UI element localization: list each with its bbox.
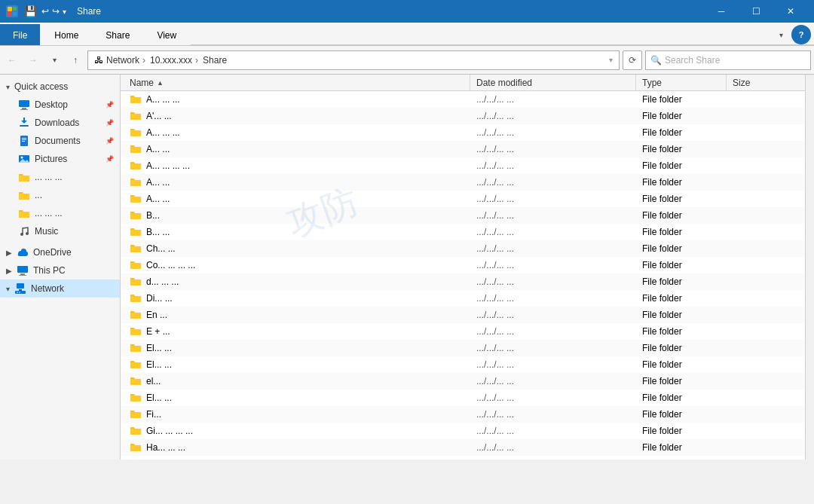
tab-home[interactable]: Home [41,24,91,45]
table-row[interactable]: A... ... ... .../.../... ... File folder [121,91,805,108]
sidebar-item-downloads[interactable]: Downloads 📌 [0,114,120,132]
table-row[interactable]: B... .../.../... ... File folder [121,207,805,224]
thispc-expand-icon: ▶ [6,267,12,275]
table-row[interactable]: El... ... .../.../... ... File folder [121,340,805,356]
search-icon: 🔍 [650,55,662,66]
folder-icon [130,458,142,460]
table-row[interactable]: B... ... .../.../... ... File folder [121,224,805,240]
file-date-cell: .../.../... ... [470,194,636,204]
folder-icon [130,309,142,322]
customize-icon[interactable]: ▾ [63,8,66,16]
svg-rect-31 [130,130,141,136]
svg-rect-32 [130,147,141,153]
breadcrumb-ip[interactable]: 10.xxx.xxx › [150,55,200,66]
ribbon-collapse-button[interactable]: ▾ [773,27,788,42]
file-date-cell: .../.../... ... [470,409,636,420]
sidebar-item-music[interactable]: Music [0,222,120,240]
refresh-button[interactable]: ⟳ [623,50,642,70]
svg-rect-44 [130,346,141,352]
file-type-cell: File folder [636,160,727,171]
file-name-cell: A'... ... [124,110,470,123]
table-row[interactable]: A'... ... .../.../... ... File folder [121,108,805,124]
search-box[interactable]: 🔍 Search Share [645,50,811,70]
file-name: Di... ... [146,293,173,304]
table-row[interactable]: el... .../.../... ... File folder [121,373,805,389]
tab-view[interactable]: View [144,24,189,45]
tab-file[interactable]: File [0,24,40,45]
file-name-cell: Gi... ... ... ... [124,425,470,438]
table-row[interactable]: Co... ... ... ... .../.../... ... File f… [121,257,805,273]
breadcrumb-expand-button[interactable]: ▾ [609,56,613,64]
file-type: File folder [642,393,682,403]
help-button[interactable]: ? [791,25,811,44]
svg-rect-26 [15,291,26,294]
file-name: El... ... [146,343,172,353]
file-date-cell: .../.../... ... [470,243,636,254]
sidebar-item-thispc[interactable]: ▶ This PC [0,261,120,279]
file-date: .../.../... ... [476,160,514,171]
maximize-button[interactable]: ☐ [739,0,773,23]
file-name: El... ... [146,393,172,403]
forward-button[interactable]: → [24,51,42,69]
table-row[interactable]: A... ... .../.../... ... File folder [121,141,805,157]
close-button[interactable]: ✕ [773,0,808,23]
file-name: A... ... ... ... [146,160,190,171]
table-row[interactable]: En ... .../.../... ... File folder [121,307,805,323]
back-button[interactable]: ← [3,51,21,69]
table-row[interactable]: A... ... .../.../... ... File folder [121,191,805,207]
table-row[interactable]: A... ... ... .../.../... ... File folder [121,124,805,141]
table-row[interactable]: A... ... ... ... .../.../... ... File fo… [121,157,805,174]
right-scrollbar[interactable] [805,75,814,460]
sidebar-item-network[interactable]: ▾ Network [0,279,120,298]
sidebar-item-documents[interactable]: Documents 📌 [0,132,120,150]
downloads-label: Downloads [35,118,79,128]
file-name: Ch... ... [146,243,176,254]
file-name-cell: En ... [124,309,470,322]
address-bar[interactable]: 🖧 Network › 10.xxx.xxx › Share ▾ [87,50,620,70]
recent-locations-button[interactable]: ▾ [45,51,63,69]
file-type-cell: File folder [636,127,727,138]
table-row[interactable]: Di... ... .../.../... ... File folder [121,290,805,307]
breadcrumb-network[interactable]: Network › [106,55,147,66]
minimize-button[interactable]: ─ [704,0,739,23]
sidebar-quick-access-section: ▾ Quick access Desktop 📌 [0,75,120,243]
col-name-header[interactable]: Name ▲ [124,75,470,90]
table-row[interactable]: El... ... .../.../... ... File folder [121,356,805,373]
up-button[interactable]: ↑ [66,51,84,69]
undo-icon[interactable]: ↩ [41,6,49,17]
table-row[interactable]: Ha... ... ... .../.../... ... File folde… [121,439,805,456]
tab-share[interactable]: Share [93,24,142,45]
col-size-header[interactable]: Size [727,75,802,90]
table-row[interactable]: d... ... ... .../.../... ... File folder [121,273,805,290]
save-icon[interactable]: 💾 [23,4,38,19]
sidebar-item-folder3[interactable]: ... ... ... [0,204,120,222]
table-row[interactable]: Gi... ... ... ... .../.../... ... File f… [121,423,805,439]
file-type-cell: File folder [636,177,727,188]
file-date: .../.../... ... [476,260,514,270]
file-name-cell: A... ... [124,176,470,189]
col-date-header[interactable]: Date modified [470,75,636,90]
col-size-label: Size [733,78,750,88]
table-row[interactable]: Fi... .../.../... ... File folder [121,406,805,423]
sidebar-item-folder1[interactable]: ... ... ... [0,168,120,186]
folder-icon [130,193,142,206]
sidebar-item-desktop[interactable]: Desktop 📌 [0,96,120,114]
file-name-cell: El... ... [124,342,470,355]
sidebar-quick-access-header[interactable]: ▾ Quick access [0,78,120,96]
sidebar-item-pictures[interactable]: Pictures 📌 [0,150,120,168]
file-date: .../.../... ... [476,459,514,460]
svg-rect-38 [130,246,141,252]
table-row[interactable]: E + ... .../.../... ... File folder [121,323,805,340]
table-row[interactable]: Ko... ... .../.../... ... File folder [121,456,805,460]
pictures-pin-icon: 📌 [106,155,114,163]
table-row[interactable]: El... ... .../.../... ... File folder [121,389,805,406]
redo-icon[interactable]: ↪ [52,6,60,17]
file-name-cell: Ko... ... [124,458,470,460]
col-type-header[interactable]: Type [636,75,727,90]
table-row[interactable]: A... ... .../.../... ... File folder [121,174,805,191]
sidebar-item-onedrive[interactable]: ▶ OneDrive [0,243,120,261]
sidebar-item-folder2[interactable]: ... [0,186,120,204]
svg-rect-12 [22,141,25,142]
table-row[interactable]: Ch... ... .../.../... ... File folder [121,240,805,257]
svg-rect-25 [19,289,22,291]
